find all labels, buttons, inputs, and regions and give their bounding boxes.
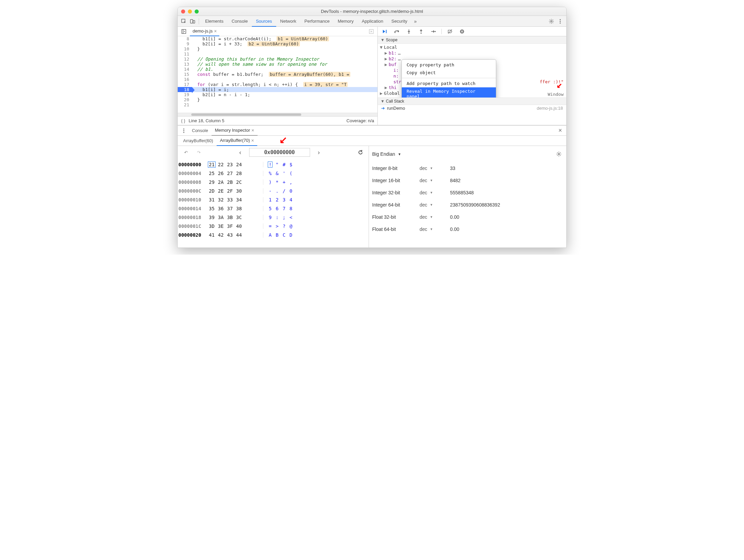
value-interpreter: Big Endian ▼ Integer 8-bitdec▼33Integer … bbox=[369, 146, 567, 247]
annotation-arrow-icon: ↙ bbox=[279, 134, 287, 146]
redo-icon[interactable]: ↷ bbox=[195, 148, 203, 156]
interp-row: Integer 32-bitdec▼555885348 bbox=[372, 187, 563, 199]
source-pane: demo-js.js × 8 b1[i] = str.charCodeAt(i)… bbox=[178, 27, 378, 125]
scope-var[interactable]: ▶b1:… bbox=[385, 50, 564, 56]
titlebar: DevTools - memory-inspector.glitch.me/de… bbox=[178, 7, 566, 16]
close-tab-icon[interactable]: × bbox=[214, 29, 217, 34]
current-frame-icon: ➔ bbox=[381, 106, 385, 111]
dropdown-caret-icon: ▼ bbox=[430, 191, 433, 194]
buffer-tab[interactable]: ArrayBuffer(70)× bbox=[217, 136, 258, 146]
main-tab-elements[interactable]: Elements bbox=[201, 16, 227, 27]
svg-rect-1 bbox=[191, 19, 193, 23]
hex-grid[interactable]: 0000000021222324!"#$0000000425262728%&'(… bbox=[178, 159, 369, 239]
dropdown-caret-icon: ▼ bbox=[430, 215, 433, 219]
pause-on-exceptions-icon[interactable] bbox=[458, 27, 466, 36]
refresh-icon[interactable] bbox=[356, 148, 365, 156]
debugger-pane: ▼Scope ▼Local ▶b1:…▶b2:…▶bufi:n:strffer … bbox=[378, 27, 566, 125]
main-tab-application[interactable]: Application bbox=[358, 16, 388, 27]
scope-local-label: Local bbox=[384, 45, 397, 50]
ctx-menu-item[interactable]: Copy object bbox=[402, 69, 496, 77]
address-nav: ↶ ↷ ‹ › bbox=[178, 146, 369, 159]
run-snippet-icon[interactable] bbox=[367, 27, 375, 36]
interpreter-settings-icon[interactable] bbox=[555, 150, 563, 158]
undo-icon[interactable]: ↶ bbox=[182, 148, 190, 156]
step-over-icon[interactable] bbox=[393, 27, 401, 36]
format-dropdown[interactable]: dec▼ bbox=[420, 202, 450, 208]
dropdown-caret-icon: ▼ bbox=[430, 179, 433, 182]
sources-body: demo-js.js × 8 b1[i] = str.charCodeAt(i)… bbox=[178, 27, 566, 125]
separator bbox=[441, 29, 442, 34]
callstack-header[interactable]: ▼Call Stack bbox=[378, 98, 566, 105]
interp-row: Integer 64-bitdec▼2387509390608836392 bbox=[372, 199, 563, 211]
global-window-value: Window bbox=[548, 92, 564, 97]
prev-page-icon[interactable]: ‹ bbox=[236, 148, 244, 156]
interp-row: Float 64-bitdec▼0.00 bbox=[372, 223, 563, 235]
drawer-tab-console[interactable]: Console bbox=[189, 126, 212, 136]
scope-global-label: Global bbox=[384, 91, 400, 96]
braces-icon[interactable]: { } bbox=[181, 118, 185, 123]
main-tab-performance[interactable]: Performance bbox=[300, 16, 333, 27]
callstack-row[interactable]: ➔runDemo demo-js.js:18 bbox=[378, 105, 566, 111]
source-file-tab[interactable]: demo-js.js × bbox=[190, 27, 219, 36]
context-menu[interactable]: Copy property pathCopy objectAdd propert… bbox=[401, 59, 496, 98]
main-tab-memory[interactable]: Memory bbox=[334, 16, 358, 27]
svg-point-22 bbox=[558, 153, 560, 155]
svg-point-4 bbox=[560, 19, 561, 20]
address-input[interactable] bbox=[249, 148, 310, 157]
buffer-tab[interactable]: ArrayBuffer(60) bbox=[180, 136, 217, 146]
dropdown-caret-icon: ▼ bbox=[430, 203, 433, 207]
device-toolbar-icon[interactable] bbox=[189, 17, 197, 25]
close-drawer-icon[interactable]: × bbox=[556, 127, 564, 135]
svg-point-3 bbox=[551, 20, 552, 22]
main-tab-console[interactable]: Console bbox=[227, 16, 252, 27]
inspect-element-icon[interactable] bbox=[180, 17, 188, 25]
scope-body: ▼Local ▶b1:…▶b2:…▶bufi:n:strffer :)!"▶th… bbox=[378, 44, 566, 98]
code-editor[interactable]: 8 b1[i] = str.charCodeAt(i); b1 = Uint8A… bbox=[178, 36, 377, 113]
scope-header[interactable]: ▼Scope bbox=[378, 36, 566, 44]
format-dropdown[interactable]: dec▼ bbox=[420, 214, 450, 220]
svg-rect-18 bbox=[462, 30, 463, 33]
main-tab-sources[interactable]: Sources bbox=[252, 16, 276, 27]
step-into-icon[interactable] bbox=[405, 27, 413, 36]
overflow-tabs-icon[interactable]: » bbox=[412, 19, 419, 24]
interp-row: Float 32-bitdec▼0.00 bbox=[372, 211, 563, 223]
drawer-menu-icon[interactable] bbox=[180, 127, 188, 135]
editor-statusbar: { } Line 18, Column 5 Coverage: n/a bbox=[178, 116, 377, 125]
deactivate-breakpoints-icon[interactable] bbox=[446, 27, 454, 36]
main-tab-security[interactable]: Security bbox=[387, 16, 411, 27]
svg-rect-2 bbox=[193, 20, 195, 23]
coverage-status: Coverage: n/a bbox=[347, 118, 374, 123]
format-dropdown[interactable]: dec▼ bbox=[420, 190, 450, 195]
step-out-icon[interactable] bbox=[417, 27, 425, 36]
navigator-toggle-icon[interactable] bbox=[180, 27, 188, 36]
step-icon[interactable] bbox=[429, 27, 437, 36]
ctx-menu-item[interactable]: Reveal in Memory Inspector panel bbox=[402, 87, 496, 98]
close-tab-icon[interactable]: × bbox=[251, 138, 254, 143]
svg-point-11 bbox=[395, 32, 396, 33]
filename: demo-js.js bbox=[193, 26, 213, 36]
ctx-menu-item[interactable]: Add property path to watch bbox=[402, 80, 496, 87]
next-page-icon[interactable]: › bbox=[315, 148, 323, 156]
resume-icon[interactable] bbox=[380, 27, 389, 36]
format-dropdown[interactable]: dec▼ bbox=[420, 166, 450, 171]
memory-inspector-tabs: ArrayBuffer(60)ArrayBuffer(70)× ↙ bbox=[178, 136, 566, 146]
more-menu-icon[interactable] bbox=[556, 17, 564, 25]
endian-dropdown[interactable]: Big Endian ▼ bbox=[372, 151, 401, 157]
separator bbox=[199, 18, 199, 24]
debugger-toolbar bbox=[378, 27, 566, 36]
devtools-window: DevTools - memory-inspector.glitch.me/de… bbox=[177, 7, 567, 248]
settings-gear-icon[interactable] bbox=[547, 17, 555, 25]
main-tabstrip: ElementsConsoleSourcesNetworkPerformance… bbox=[178, 16, 566, 27]
interp-row: Integer 16-bitdec▼8482 bbox=[372, 174, 563, 187]
close-tab-icon[interactable]: × bbox=[251, 128, 254, 133]
main-tab-network[interactable]: Network bbox=[276, 16, 301, 27]
editor-hscrollbar[interactable] bbox=[178, 113, 377, 116]
ctx-menu-item[interactable]: Copy property path bbox=[402, 61, 496, 69]
svg-point-19 bbox=[183, 128, 184, 129]
dropdown-caret-icon: ▼ bbox=[430, 167, 433, 170]
format-dropdown[interactable]: dec▼ bbox=[420, 178, 450, 183]
format-dropdown[interactable]: dec▼ bbox=[420, 227, 450, 232]
drawer-tab-memory-inspector[interactable]: Memory Inspector× bbox=[212, 126, 258, 136]
svg-point-20 bbox=[183, 130, 184, 131]
svg-point-12 bbox=[409, 33, 410, 34]
